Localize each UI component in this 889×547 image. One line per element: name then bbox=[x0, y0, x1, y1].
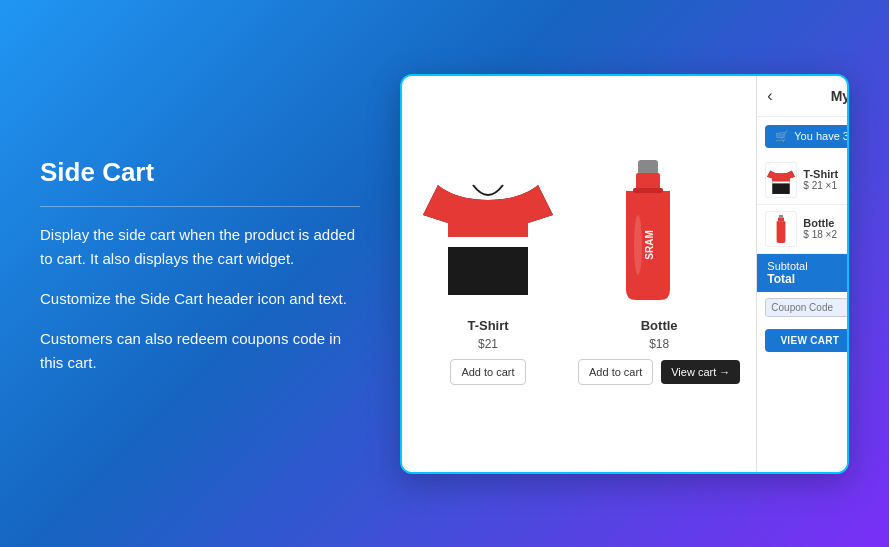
side-cart-header: ‹ My Cart bbox=[757, 76, 849, 117]
product-card-bottle: SRAM Bottle $18 Add to cart View cart → bbox=[578, 150, 740, 385]
svg-rect-9 bbox=[773, 178, 790, 181]
description-1: Display the side cart when the product i… bbox=[40, 223, 360, 271]
subtotal-label: Subtotal bbox=[767, 260, 807, 272]
tshirt-info: T-Shirt $ 21 ×1 bbox=[803, 168, 849, 191]
products-grid: T-Shirt $21 Add to cart bbox=[418, 150, 740, 385]
bottle-cart-name: Bottle bbox=[803, 217, 849, 229]
side-cart-panel: ‹ My Cart 🛒 You have 3 items in your car… bbox=[756, 76, 849, 472]
svg-point-6 bbox=[634, 215, 642, 275]
cart-demo: T-Shirt $21 Add to cart bbox=[400, 74, 849, 474]
cart-badge-text: You have 3 items in your cart bbox=[794, 130, 849, 142]
tshirt-name: T-Shirt bbox=[418, 318, 558, 333]
side-cart-title: My Cart bbox=[831, 88, 849, 104]
bottle-info: Bottle $ 18 ×2 bbox=[803, 217, 849, 240]
svg-rect-12 bbox=[778, 217, 784, 221]
bottle-add-to-cart-button[interactable]: Add to cart bbox=[578, 359, 653, 385]
view-cart-button[interactable]: View cart → bbox=[661, 360, 740, 384]
description-3: Customers can also redeem coupons code i… bbox=[40, 327, 360, 375]
bottle-image-wrapper: SRAM bbox=[578, 150, 718, 310]
cart-item-tshirt: T-Shirt $ 21 ×1 1 2 3 🗑 bbox=[757, 156, 849, 205]
svg-rect-11 bbox=[779, 215, 783, 217]
product-card-tshirt: T-Shirt $21 Add to cart bbox=[418, 150, 558, 385]
back-arrow-icon[interactable]: ‹ bbox=[767, 87, 772, 105]
tshirt-image bbox=[423, 155, 553, 305]
bottle-image: SRAM bbox=[608, 155, 688, 305]
divider bbox=[40, 206, 360, 207]
bottle-thumb bbox=[765, 211, 797, 247]
page-title: Side Cart bbox=[40, 157, 360, 188]
svg-rect-7 bbox=[633, 188, 663, 193]
cart-item-bottle: Bottle $ 18 ×2 1 2 3 🗑 bbox=[757, 205, 849, 254]
total-row: Total $57 bbox=[767, 272, 849, 286]
tshirt-add-to-cart-button[interactable]: Add to cart bbox=[450, 359, 525, 385]
bottle-name: Bottle bbox=[578, 318, 740, 333]
svg-rect-2 bbox=[448, 247, 528, 295]
svg-rect-10 bbox=[773, 183, 790, 193]
left-panel: Side Cart Display the side cart when the… bbox=[40, 157, 360, 391]
cart-totals: Subtotal $57 Total $57 bbox=[757, 254, 849, 292]
svg-text:SRAM: SRAM bbox=[644, 230, 655, 259]
subtotal-row: Subtotal $57 bbox=[767, 260, 849, 272]
coupon-input[interactable] bbox=[765, 298, 849, 317]
coupon-row: Apply bbox=[757, 292, 849, 323]
tshirt-cart-name: T-Shirt bbox=[803, 168, 849, 180]
svg-rect-3 bbox=[638, 160, 658, 175]
tshirt-image-wrapper bbox=[418, 150, 558, 310]
cart-bottom-buttons: VIEW CART CHECKOUT bbox=[757, 323, 849, 358]
tshirt-thumb bbox=[765, 162, 797, 198]
total-label: Total bbox=[767, 272, 795, 286]
description-2: Customize the Side Cart header icon and … bbox=[40, 287, 360, 311]
cart-items-badge: 🛒 You have 3 items in your cart bbox=[765, 125, 849, 148]
tshirt-price: $21 bbox=[418, 337, 558, 351]
tshirt-cart-price: $ 21 ×1 bbox=[803, 180, 849, 191]
side-cart-view-cart-button[interactable]: VIEW CART bbox=[765, 329, 849, 352]
svg-rect-1 bbox=[448, 223, 528, 237]
cart-icon: 🛒 bbox=[775, 130, 789, 143]
bottle-price: $18 bbox=[578, 337, 740, 351]
products-area: T-Shirt $21 Add to cart bbox=[402, 76, 756, 472]
bottle-cart-price: $ 18 ×2 bbox=[803, 229, 849, 240]
